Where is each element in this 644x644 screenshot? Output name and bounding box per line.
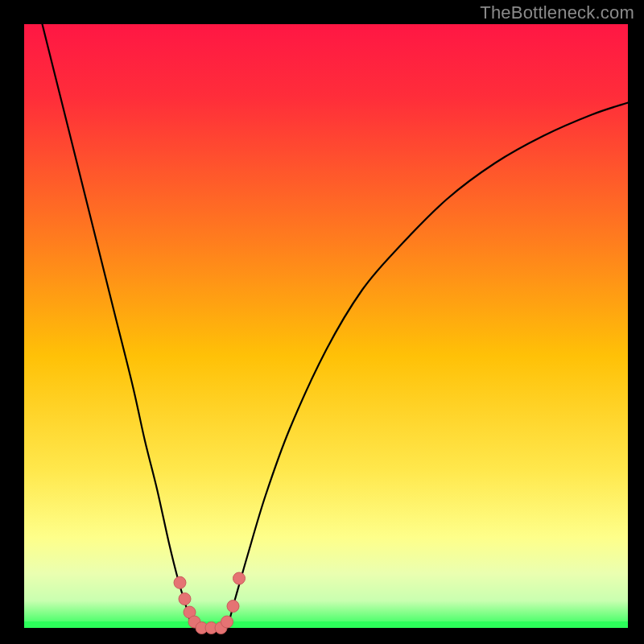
svg-rect-1 (24, 24, 628, 628)
svg-rect-2 (24, 621, 628, 628)
bottleneck-curve-chart (0, 0, 644, 644)
highlight-marker (179, 593, 191, 605)
highlight-marker (227, 601, 239, 613)
highlight-marker (233, 572, 246, 584)
highlight-marker (174, 576, 186, 588)
chart-container: TheBottleneck.com (0, 0, 644, 644)
watermark-text: TheBottleneck.com (480, 2, 634, 23)
highlight-marker (221, 616, 233, 628)
